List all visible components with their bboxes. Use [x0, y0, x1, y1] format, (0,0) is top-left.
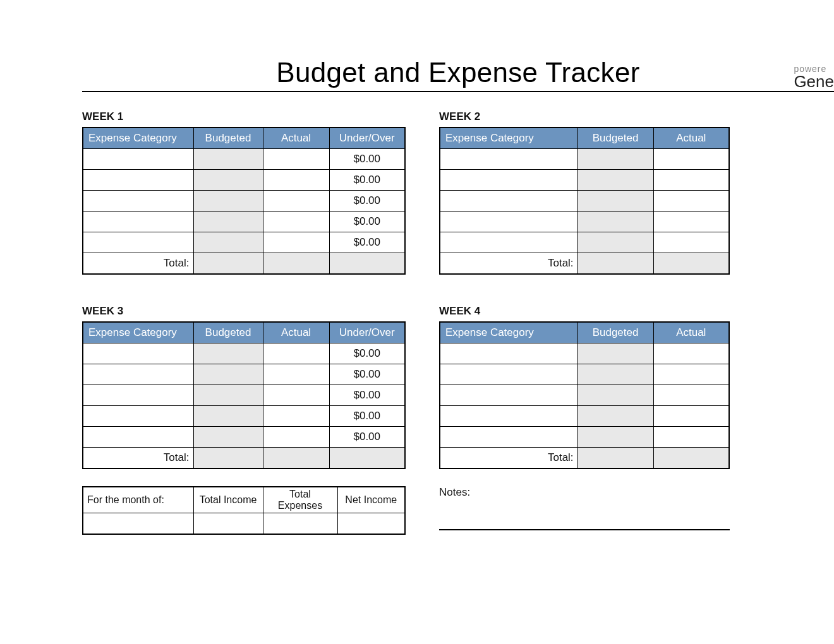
cell-actual[interactable]	[653, 170, 729, 191]
summary-header-row: For the month of: Total Income Total Exp…	[83, 487, 405, 513]
cell-budgeted[interactable]	[193, 364, 263, 385]
cell-budgeted[interactable]	[193, 406, 263, 427]
cell-category[interactable]	[440, 232, 577, 253]
col-underover: Under/Over	[329, 128, 405, 149]
cell-category[interactable]	[83, 170, 193, 191]
col-category: Expense Category	[440, 322, 577, 343]
cell-category[interactable]	[440, 364, 577, 385]
cell-budgeted[interactable]	[193, 385, 263, 406]
summary-net-income-value[interactable]	[337, 513, 405, 535]
cell-actual[interactable]	[653, 385, 729, 406]
cell-actual[interactable]	[263, 406, 329, 427]
cell-category[interactable]	[440, 406, 577, 427]
cell-budgeted[interactable]	[193, 170, 263, 191]
table-row: $0.00	[83, 232, 405, 253]
table-row: $0.00	[83, 406, 405, 427]
cell-budgeted[interactable]	[193, 343, 263, 364]
summary-total-expenses-value[interactable]	[263, 513, 337, 535]
cell-actual[interactable]	[263, 191, 329, 212]
cell-category[interactable]	[440, 343, 577, 364]
table-row	[440, 232, 729, 253]
cell-budgeted[interactable]	[577, 406, 653, 427]
cell-budgeted[interactable]	[577, 385, 653, 406]
cell-actual[interactable]	[263, 232, 329, 253]
cell-actual[interactable]	[263, 170, 329, 191]
cell-budgeted[interactable]	[193, 191, 263, 212]
cell-category[interactable]	[440, 170, 577, 191]
week-label: WEEK 2	[439, 110, 730, 123]
cell-category[interactable]	[83, 232, 193, 253]
cell-budgeted[interactable]	[577, 343, 653, 364]
cell-actual[interactable]	[653, 149, 729, 170]
table-row: $0.00	[83, 364, 405, 385]
col-actual: Actual	[263, 322, 329, 343]
col-category: Expense Category	[83, 322, 193, 343]
total-underover	[329, 448, 405, 469]
table-row	[440, 343, 729, 364]
cell-budgeted[interactable]	[193, 212, 263, 232]
table-row: $0.00	[83, 149, 405, 170]
table-row	[440, 149, 729, 170]
cell-category[interactable]	[83, 364, 193, 385]
total-underover	[329, 253, 405, 275]
cell-actual[interactable]	[263, 343, 329, 364]
cell-actual[interactable]	[263, 385, 329, 406]
cell-category[interactable]	[83, 406, 193, 427]
cell-budgeted[interactable]	[193, 427, 263, 448]
cell-budgeted[interactable]	[577, 364, 653, 385]
week-table: Expense CategoryBudgetedActualUnder/Over…	[82, 127, 406, 275]
cell-budgeted[interactable]	[577, 212, 653, 232]
cell-budgeted[interactable]	[577, 170, 653, 191]
cell-budgeted[interactable]	[577, 427, 653, 448]
table-row: $0.00	[83, 170, 405, 191]
week-table: Expense CategoryBudgetedActualTotal:	[439, 127, 730, 275]
cell-actual[interactable]	[263, 427, 329, 448]
brand-name: Gene	[794, 73, 834, 90]
summary-net-income-label: Net Income	[337, 487, 405, 513]
summary-month-value[interactable]	[83, 513, 193, 535]
cell-actual[interactable]	[653, 232, 729, 253]
total-actual	[653, 448, 729, 469]
cell-actual[interactable]	[653, 406, 729, 427]
cell-actual[interactable]	[263, 364, 329, 385]
table-row: $0.00	[83, 427, 405, 448]
cell-category[interactable]	[440, 427, 577, 448]
cell-budgeted[interactable]	[193, 232, 263, 253]
cell-actual[interactable]	[653, 427, 729, 448]
cell-category[interactable]	[83, 149, 193, 170]
summary-table-wrap: For the month of: Total Income Total Exp…	[82, 486, 404, 535]
summary-total-income-value[interactable]	[193, 513, 263, 535]
cell-actual[interactable]	[653, 212, 729, 232]
cell-actual[interactable]	[263, 149, 329, 170]
cell-category[interactable]	[83, 212, 193, 232]
table-row: $0.00	[83, 212, 405, 232]
table-row	[440, 385, 729, 406]
cell-category[interactable]	[83, 343, 193, 364]
table-total-row: Total:	[83, 448, 405, 469]
week-label: WEEK 3	[82, 305, 404, 318]
table-row	[440, 191, 729, 212]
cell-category[interactable]	[440, 385, 577, 406]
cell-category[interactable]	[440, 191, 577, 212]
cell-actual[interactable]	[653, 343, 729, 364]
notes-line[interactable]	[439, 501, 730, 530]
page: Budget and Expense Tracker powere Gene W…	[0, 0, 834, 644]
cell-actual[interactable]	[263, 212, 329, 232]
cell-underover: $0.00	[329, 427, 405, 448]
col-budgeted: Budgeted	[193, 128, 263, 149]
cell-category[interactable]	[83, 385, 193, 406]
cell-budgeted[interactable]	[577, 191, 653, 212]
cell-category[interactable]	[83, 427, 193, 448]
week-table: Expense CategoryBudgetedActualTotal:	[439, 321, 730, 469]
cell-budgeted[interactable]	[193, 149, 263, 170]
cell-underover: $0.00	[329, 343, 405, 364]
cell-category[interactable]	[440, 149, 577, 170]
cell-category[interactable]	[440, 212, 577, 232]
cell-category[interactable]	[83, 191, 193, 212]
cell-actual[interactable]	[653, 364, 729, 385]
cell-budgeted[interactable]	[577, 232, 653, 253]
total-label: Total:	[440, 448, 577, 469]
cell-actual[interactable]	[653, 191, 729, 212]
cell-budgeted[interactable]	[577, 149, 653, 170]
total-label: Total:	[440, 253, 577, 275]
